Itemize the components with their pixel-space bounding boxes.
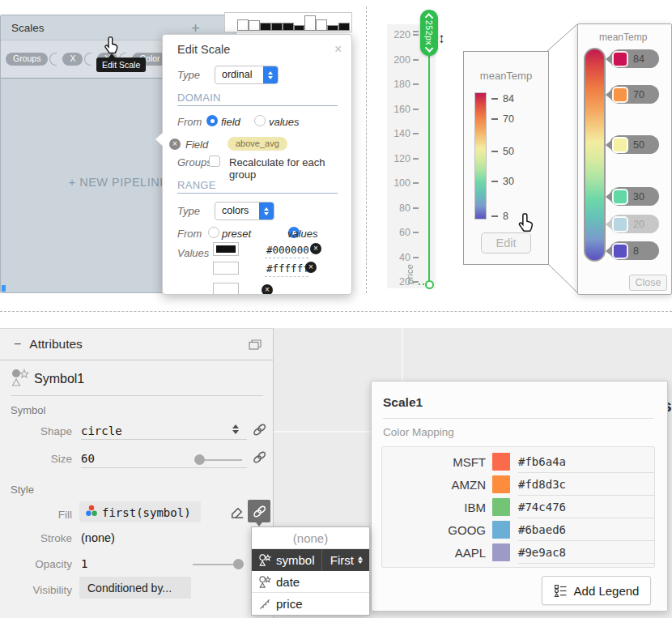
hex-value[interactable]: #6baed6 [518,523,566,536]
color-value-swatch-white[interactable] [213,262,239,275]
type-label: Type [177,69,200,81]
hex-value[interactable]: #fd8d3c [518,478,566,491]
color-value-swatch-black[interactable] [213,242,239,256]
color-swatch[interactable] [492,543,510,561]
field-binding-dropdown: (none) symbol First date price [251,526,370,616]
aggregate-selector[interactable]: First [321,549,369,571]
select-stepper-icon[interactable] [259,202,274,219]
dropdown-item-date[interactable]: date [252,571,369,593]
close-icon[interactable]: × [334,43,342,56]
field-value-pill[interactable]: above_avg [228,137,287,151]
dropdown-item-price[interactable]: price [252,593,369,615]
color-swatch[interactable] [492,521,510,539]
mapping-row-goog[interactable]: GOOG #6baed6 [382,518,654,541]
scale-tag-x[interactable]: X [62,53,91,66]
domain-type-select[interactable]: ordinal [215,66,279,84]
select-value: ordinal [215,66,263,83]
legend-entry-8[interactable]: 8 [610,241,659,260]
color-value-hex[interactable]: #000000 [266,244,309,256]
axis-anchor-handle[interactable] [425,280,434,289]
axis-size-badge[interactable]: 252px [420,10,438,56]
axis-tick: 60 [389,228,419,237]
opacity-slider-knob[interactable] [233,559,244,569]
add-scale-button[interactable]: + [191,20,200,36]
fill-value[interactable]: first(symbol) [102,506,191,519]
range-preset-radio[interactable] [208,227,219,238]
range-values-option[interactable]: values [287,228,318,240]
color-swatch[interactable] [612,189,628,205]
from-field-radio[interactable] [206,115,218,126]
remove-value-icon[interactable]: × [305,262,317,273]
color-swatch[interactable] [492,498,510,516]
range-type-select[interactable]: colors [215,202,274,220]
recalculate-checkbox[interactable] [209,156,220,167]
from-values-radio[interactable] [254,115,266,126]
attributes-panel: − Attributes Symbol1 Symbol Shape circle… [0,328,274,618]
color-swatch[interactable] [612,216,628,232]
axis-size-guide-line[interactable] [428,16,430,285]
color-swatch[interactable] [612,137,628,153]
shape-value[interactable]: circle [81,424,122,437]
values-label: Values [177,247,209,259]
hex-value[interactable]: #74c476 [518,501,566,514]
mapping-row-ibm[interactable]: IBM #74c476 [382,496,654,518]
range-preset-option[interactable]: preset [222,228,251,240]
legend-entry-30[interactable]: 30 [610,187,659,206]
dropdown-item-none[interactable]: (none) [252,527,369,549]
scale-tag-groups[interactable]: Groups [6,53,57,66]
visibility-button[interactable]: Conditioned by... [79,577,191,599]
app-screen: Scales + Groups X Y Color + NEW PIPELINE… [0,0,672,618]
histogram-bar [327,25,338,31]
shape-stepper-icon[interactable] [232,424,239,434]
edit-legend-button[interactable]: Edit [481,232,531,254]
collapse-icon[interactable]: − [14,337,21,352]
color-swatch[interactable] [612,87,628,103]
legend-entry-84[interactable]: 84 [610,49,659,68]
stroke-value[interactable]: (none) [81,531,115,544]
canvas-gridline-h [274,431,371,433]
detach-panel-icon[interactable] [249,339,262,350]
remove-field-icon[interactable]: × [169,139,181,150]
legend-title: meanTemp [464,70,548,82]
link-icon[interactable] [252,422,267,437]
link-icon[interactable] [252,450,267,465]
symbol-section-label: Symbol [11,404,45,416]
mark-name[interactable]: Symbol1 [34,372,84,386]
hex-value[interactable]: #9e9ac8 [518,546,566,559]
scale-editor-title: Scale1 [383,395,423,410]
opacity-value[interactable]: 1 [81,557,87,570]
mapping-row-msft[interactable]: MSFT #fb6a4a [382,450,654,473]
color-mapping-label: Color Mapping [383,426,454,438]
legend-entry-50[interactable]: 50 [610,135,659,154]
visibility-label: Visibility [0,584,72,596]
size-slider-knob[interactable] [194,454,205,465]
range-from-label: From [177,228,202,240]
mapping-row-aapl[interactable]: AAPL #9e9ac8 [382,541,654,564]
color-swatch[interactable] [492,453,510,471]
edit-scale-dialog: Edit Scale × Type ordinal DOMAIN From fi… [162,34,352,295]
close-legend-button[interactable]: Close [629,275,667,291]
pointer-hand-cursor [102,36,120,55]
color-swatch[interactable] [612,243,628,259]
mapping-row-amzn[interactable]: AMZN #fd8d3c [382,473,654,496]
recalculate-label[interactable]: Recalculate for each group [229,156,351,181]
size-value[interactable]: 60 [81,452,95,465]
histogram-bar [304,15,316,31]
add-legend-button[interactable]: Add Legend [542,576,651,605]
color-value-swatch[interactable] [213,283,239,295]
dropdown-item-symbol[interactable]: symbol First [252,549,369,571]
remove-value-icon[interactable]: × [262,284,273,295]
histogram-bar [249,20,260,31]
color-swatch[interactable] [612,51,628,67]
domain-section-label: DOMAIN [177,92,221,104]
remove-value-icon[interactable]: × [310,243,321,254]
color-value-hex[interactable]: #ffffff [266,262,309,275]
color-swatch[interactable] [492,475,510,493]
hex-value[interactable]: #fb6a4a [518,455,566,468]
legend-entry-20[interactable]: 20 [610,215,659,233]
select-stepper-icon[interactable] [263,66,278,83]
from-field-option[interactable]: field [221,116,240,128]
legend-entry-70[interactable]: 70 [610,85,659,104]
eraser-icon[interactable] [228,503,245,520]
from-values-option[interactable]: values [269,116,300,128]
